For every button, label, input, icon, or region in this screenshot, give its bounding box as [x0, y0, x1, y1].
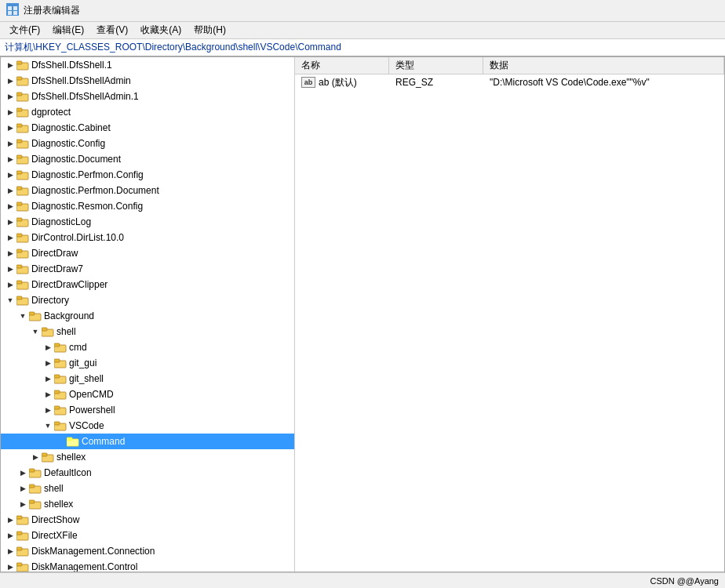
folder-icon — [42, 452, 54, 463]
expand-icon[interactable]: ▶ — [4, 184, 16, 197]
expand-icon[interactable]: ▶ — [29, 451, 42, 463]
expand-icon[interactable]: ▼ — [16, 310, 29, 322]
detail-cell-type: REG_SZ — [389, 74, 483, 90]
expand-icon[interactable]: ▶ — [4, 200, 16, 212]
expand-icon[interactable]: ▶ — [42, 357, 54, 369]
node-label: DfsShell.DfsShellAdmin.1 — [31, 91, 139, 102]
tree-node[interactable]: ▶ Diagnostic.Resmon.Config — [1, 198, 294, 214]
tree-node[interactable]: ▶ OpenCMD — [1, 387, 294, 402]
menu-help[interactable]: 帮助(H) — [188, 22, 232, 38]
tree-node[interactable]: ▶ DirectXFile — [1, 528, 294, 543]
tree-node[interactable]: ▶ DiskManagement.Connection — [1, 543, 294, 559]
tree-node[interactable]: ▼ shell — [1, 324, 294, 339]
folder-icon — [16, 91, 29, 102]
tree-node[interactable]: Command — [1, 434, 294, 449]
address-path: 计算机\HKEY_CLASSES_ROOT\Directory\Backgrou… — [5, 41, 341, 54]
tree-node[interactable]: ▼ Background — [1, 308, 294, 324]
detail-name-value: ab (默认) — [319, 76, 357, 89]
tree-node[interactable]: ▶ DfsShell.DfsShell.1 — [1, 57, 294, 73]
expand-icon[interactable]: ▶ — [4, 247, 16, 260]
tree-node[interactable]: ▶ Diagnostic.Perfmon.Document — [1, 183, 294, 198]
expand-icon[interactable]: ▶ — [4, 529, 16, 542]
tree-node[interactable]: ▶ Diagnostic.Cabinet — [1, 120, 294, 136]
expand-icon[interactable]: ▶ — [4, 153, 16, 165]
expand-icon[interactable]: ▶ — [4, 169, 16, 181]
tree-node[interactable]: ▶ dgprotect — [1, 104, 294, 120]
tree-node[interactable]: ▶ Diagnostic.Perfmon.Config — [1, 167, 294, 183]
tree-node[interactable]: ▶ git_gui — [1, 355, 294, 371]
expand-icon[interactable]: ▶ — [4, 561, 16, 572]
tree-node[interactable]: ▶ Diagnostic.Document — [1, 151, 294, 167]
expand-icon[interactable]: ▶ — [16, 482, 29, 495]
tree-node[interactable]: ▶ DfsShell.DfsShellAdmin.1 — [1, 89, 294, 104]
tree-node[interactable]: ▶ DirectDraw7 — [1, 261, 294, 277]
tree-panel[interactable]: ▶ DfsShell.DfsShell.1▶ DfsShell.DfsShell… — [1, 57, 295, 572]
expand-icon[interactable]: ▶ — [4, 545, 16, 557]
expand-icon[interactable]: ▶ — [42, 388, 54, 401]
expand-icon[interactable]: ▶ — [4, 278, 16, 291]
svg-rect-4 — [13, 11, 17, 15]
node-label: DirectXFile — [31, 530, 78, 541]
tree-node[interactable]: ▼ VSCode — [1, 418, 294, 434]
detail-cell-name: ab ab (默认) — [295, 74, 389, 90]
tree-node[interactable]: ▶ DiskManagement.Control — [1, 559, 294, 572]
tree-node[interactable]: ▶ DfsShell.DfsShellAdmin — [1, 73, 294, 89]
status-credit: CSDN @@Ayang — [650, 576, 719, 586]
tree-node[interactable]: ▶ DirControl.DirList.10.0 — [1, 230, 294, 245]
detail-row[interactable]: ab ab (默认) REG_SZ "D:\Microsoft VS Code\… — [295, 74, 724, 90]
menu-bar: 文件(F) 编辑(E) 查看(V) 收藏夹(A) 帮助(H) — [0, 22, 725, 39]
folder-icon — [54, 405, 67, 416]
folder-icon — [16, 546, 29, 557]
expand-icon[interactable]: ▶ — [4, 90, 16, 103]
expand-icon[interactable]: ▶ — [4, 59, 16, 71]
tree-node[interactable]: ▶ DirectDrawClipper — [1, 277, 294, 292]
menu-file[interactable]: 文件(F) — [3, 22, 46, 38]
expand-icon[interactable]: ▶ — [42, 341, 54, 354]
folder-icon — [16, 154, 29, 165]
col-header-name: 名称 — [295, 57, 389, 74]
tree-node[interactable]: ▶ DiagnosticLog — [1, 214, 294, 230]
menu-view[interactable]: 查看(V) — [90, 22, 134, 38]
tree-node[interactable]: ▶ DirectDraw — [1, 245, 294, 261]
folder-icon — [16, 138, 29, 149]
expand-icon[interactable]: ▼ — [29, 325, 42, 338]
expand-icon[interactable]: ▶ — [4, 106, 16, 118]
expand-icon[interactable]: ▶ — [4, 231, 16, 244]
expand-icon[interactable]: ▶ — [4, 74, 16, 87]
app-icon — [6, 3, 19, 18]
tree-node[interactable]: ▶ DefaultIcon — [1, 465, 294, 481]
expand-icon[interactable]: ▶ — [42, 404, 54, 416]
expand-icon[interactable]: ▶ — [4, 216, 16, 228]
tree-node[interactable]: ▶ cmd — [1, 339, 294, 355]
svg-rect-56 — [42, 453, 47, 456]
column-header: 名称 类型 数据 — [295, 57, 724, 74]
node-label: Diagnostic.Config — [31, 138, 105, 149]
expand-icon[interactable]: ▶ — [4, 137, 16, 150]
expand-icon[interactable]: ▶ — [42, 372, 54, 385]
svg-rect-52 — [54, 422, 60, 425]
svg-rect-10 — [16, 93, 22, 96]
tree-node[interactable]: ▶ Powershell — [1, 402, 294, 418]
menu-edit[interactable]: 编辑(E) — [46, 22, 90, 38]
tree-node[interactable]: ▶ shellex — [1, 449, 294, 465]
node-label: git_shell — [69, 373, 104, 384]
expand-icon[interactable]: ▶ — [16, 498, 29, 510]
expand-icon[interactable]: ▶ — [4, 122, 16, 134]
folder-icon — [54, 420, 67, 431]
tree-node[interactable]: ▶ git_shell — [1, 371, 294, 387]
expand-icon[interactable]: ▼ — [42, 419, 54, 432]
tree-node[interactable]: ▶ Diagnostic.Config — [1, 136, 294, 151]
expand-icon[interactable]: ▶ — [4, 263, 16, 275]
folder-icon — [16, 263, 29, 274]
tree-node[interactable]: ▶ shellex — [1, 496, 294, 512]
svg-rect-46 — [54, 375, 60, 378]
tree-node[interactable]: ▼ Directory — [1, 292, 294, 308]
menu-favorites[interactable]: 收藏夹(A) — [134, 22, 188, 38]
tree-node[interactable]: ▶ shell — [1, 481, 294, 496]
node-label: shell — [56, 326, 76, 337]
expand-icon[interactable]: ▼ — [4, 294, 16, 307]
expand-icon[interactable]: ▶ — [4, 514, 16, 526]
expand-icon[interactable]: ▶ — [16, 466, 29, 479]
node-label: Diagnostic.Perfmon.Config — [31, 169, 144, 180]
tree-node[interactable]: ▶ DirectShow — [1, 512, 294, 528]
